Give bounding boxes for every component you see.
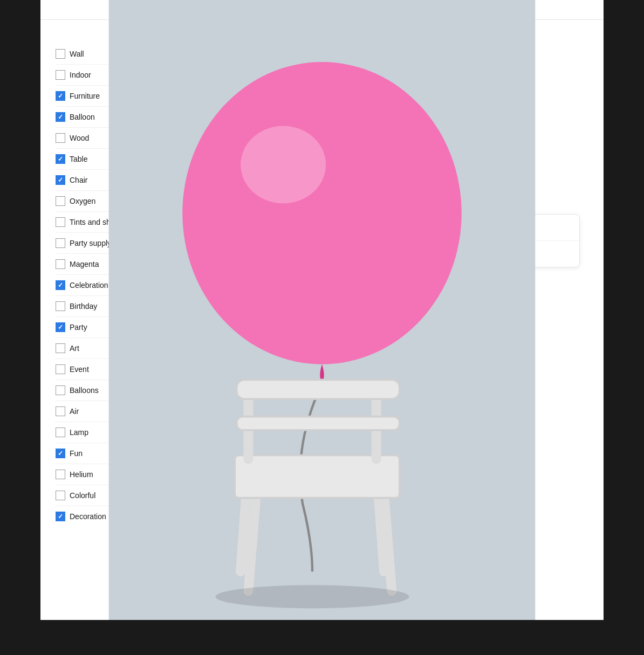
image-container — [321, 33, 440, 205]
right-panel: 🔍Perform face detection and sentiment an… — [321, 33, 588, 527]
balloon-image — [321, 33, 440, 205]
auto-tagging-modal: Wall98% confident▼0▲0Indoor96% confident… — [40, 0, 604, 620]
modal-body: Wall98% confident▼0▲0Indoor96% confident… — [40, 20, 604, 540]
